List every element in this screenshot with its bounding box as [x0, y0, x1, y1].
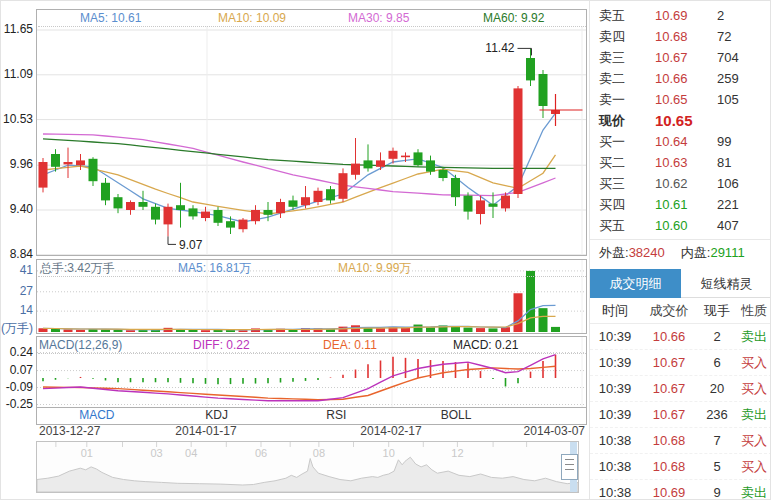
axis-tick-label: 10.53 [1, 112, 33, 126]
axis-tick-label: -0.25 [1, 397, 33, 411]
svg-text:10: 10 [383, 447, 395, 459]
divider [590, 239, 771, 240]
trade-row: 10:3910.662卖出 [590, 324, 771, 350]
column-header: 现手 [698, 298, 736, 323]
svg-text:06: 06 [255, 447, 267, 459]
order-book-volume: 72 [717, 29, 731, 44]
indicator-label: DEA: 0.11 [323, 338, 377, 353]
order-book: 卖五10.692卖四10.6872卖三10.67704卖二10.66259卖一1… [590, 5, 771, 236]
axis-tick-label: 9.40 [1, 202, 33, 216]
order-book-row-label: 卖一 [599, 91, 649, 109]
candlestick-chart-canvas[interactable]: 9.0711.42 [37, 10, 586, 255]
indicator-label: MA60: 9.92 [483, 11, 544, 26]
indicator-label: MACD: 0.21 [453, 338, 518, 353]
trade-price: 10.67 [640, 350, 698, 375]
macd-chart-panel[interactable]: MACD(12,26,9)DIFF: 0.22DEA: 0.11MACD: 0.… [36, 336, 587, 408]
order-book-row-label: 卖二 [599, 70, 649, 88]
tab-short-term-wizard[interactable]: 短线精灵 [681, 269, 771, 298]
trade-time: 10:38 [590, 480, 640, 500]
order-book-price: 10.65 [649, 112, 717, 129]
timeline-navigator[interactable]: 01030406081012 [36, 441, 579, 493]
trade-row: 10:3910.6720买入 [590, 376, 771, 402]
indicator-label: MA10: 9.99万 [338, 261, 411, 276]
trade-row: 10:3910.676买入 [590, 350, 771, 376]
trade-volume: 2 [698, 324, 736, 349]
axis-tick-label: 0.24 [1, 345, 33, 359]
trade-volume: 5 [698, 454, 736, 479]
trade-table: 10:3910.662卖出10:3910.676买入10:3910.6720买入… [590, 324, 771, 500]
order-book-volume: 259 [717, 71, 739, 86]
date-tick-label: 2014-02-17 [360, 424, 421, 438]
date-axis: 2013-12-272014-01-172014-02-172014-03-07 [36, 424, 587, 439]
svg-text:11.42: 11.42 [485, 41, 514, 55]
bid-row[interactable]: 买二10.6381 [590, 152, 771, 173]
ask-row[interactable]: 卖三10.67704 [590, 47, 771, 68]
trade-time: 10:39 [590, 402, 640, 427]
outer-inner-volume-row: 外盘:38240 内盘:29111 [590, 243, 771, 263]
bid-row[interactable]: 买四10.61221 [590, 194, 771, 215]
axis-tick-label: 8.84 [1, 247, 33, 261]
tab-indicator-macd[interactable]: MACD [37, 408, 157, 424]
ma-indicator-header: MA5: 10.61MA10: 10.09MA30: 9.85MA60: 9.9… [38, 11, 586, 27]
trade-side: 买入 [736, 428, 771, 453]
trade-price: 10.66 [640, 324, 698, 349]
indicator-label: MA5: 10.61 [80, 11, 141, 26]
ask-row[interactable]: 卖四10.6872 [590, 26, 771, 47]
ask-row[interactable]: 卖二10.66259 [590, 68, 771, 89]
tab-trade-details[interactable]: 成交明细 [590, 269, 681, 298]
trade-table-header: 时间成交价现手性质 [590, 298, 771, 324]
indicator-label: 总手:3.42万手 [40, 261, 115, 276]
ask-row[interactable]: 卖一10.65105 [590, 89, 771, 110]
order-book-row-label: 现价 [599, 112, 649, 130]
ask-row[interactable]: 卖五10.692 [590, 5, 771, 26]
navigator-drag-handle[interactable] [561, 454, 578, 480]
axis-tick-label: 11.65 [1, 22, 33, 36]
order-book-row-label: 卖三 [599, 49, 649, 67]
bid-row[interactable]: 买五10.60407 [590, 215, 771, 236]
order-book-row-label: 买二 [599, 154, 649, 172]
volume-chart-panel[interactable]: 总手:3.42万手MA5: 16.81万MA10: 9.99万 [36, 259, 587, 334]
trade-row: 10:3810.685买入 [590, 454, 771, 480]
order-book-price: 10.66 [649, 71, 717, 86]
trade-price: 10.69 [640, 480, 698, 500]
trade-price: 10.67 [640, 376, 698, 401]
tab-indicator-boll[interactable]: BOLL [396, 408, 516, 424]
axis-tick-label: 0.07 [1, 363, 33, 377]
tab-indicator-rsi[interactable]: RSI [277, 408, 397, 424]
tab-indicator-kdj[interactable]: KDJ [157, 408, 277, 424]
order-book-row-label: 卖四 [599, 28, 649, 46]
trade-side: 买入 [736, 454, 771, 479]
order-book-row-label: 买五 [599, 217, 649, 235]
order-book-price: 10.63 [649, 155, 717, 170]
column-header: 性质 [736, 298, 771, 323]
svg-text:03: 03 [150, 447, 162, 459]
inner-volume-label: 内盘: [681, 245, 711, 260]
bid-row[interactable]: 买一10.6499 [590, 131, 771, 152]
candlestick-chart-panel[interactable]: MA5: 10.61MA10: 10.09MA30: 9.85MA60: 9.9… [36, 9, 587, 256]
trade-row: 10:3810.687买入 [590, 428, 771, 454]
date-tick-label: 2014-03-07 [524, 424, 585, 438]
svg-text:9.07: 9.07 [179, 238, 203, 252]
trade-time: 10:38 [590, 428, 640, 453]
order-book-price: 10.67 [649, 50, 717, 65]
bid-row[interactable]: 买三10.62106 [590, 173, 771, 194]
axis-tick-label: 41 [1, 263, 33, 277]
order-book-volume: 221 [717, 197, 739, 212]
indicator-label: DIFF: 0.22 [193, 338, 250, 353]
trade-time: 10:39 [590, 324, 640, 349]
axis-tick-label: -0.09 [1, 380, 33, 394]
inner-volume-value: 29111 [710, 245, 744, 260]
indicator-label: MACD(12,26,9) [39, 338, 122, 353]
svg-text:04: 04 [185, 447, 197, 459]
indicator-label: MA5: 16.81万 [178, 261, 251, 276]
current-price-row[interactable]: 现价10.65 [590, 110, 771, 131]
trade-price: 10.67 [640, 402, 698, 427]
order-book-volume: 407 [717, 218, 739, 233]
navigator-overview-canvas[interactable]: 01030406081012 [37, 442, 578, 492]
trade-volume: 6 [698, 350, 736, 375]
column-header: 成交价 [640, 298, 698, 323]
order-book-volume: 99 [717, 134, 731, 149]
trade-time: 10:39 [590, 350, 640, 375]
macd-indicator-header: MACD(12,26,9)DIFF: 0.22DEA: 0.11MACD: 0.… [38, 338, 586, 354]
outer-volume-label: 外盘: [599, 245, 629, 260]
